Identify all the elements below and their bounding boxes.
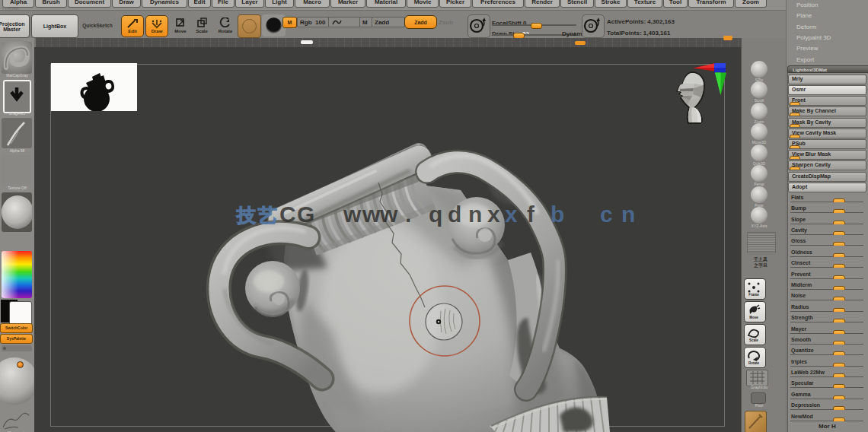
svg-text:Frame: Frame <box>748 293 759 297</box>
svg-text:Rotate: Rotate <box>748 361 759 365</box>
svg-text:Scale: Scale <box>749 338 758 342</box>
svg-text:Move: Move <box>749 316 758 319</box>
